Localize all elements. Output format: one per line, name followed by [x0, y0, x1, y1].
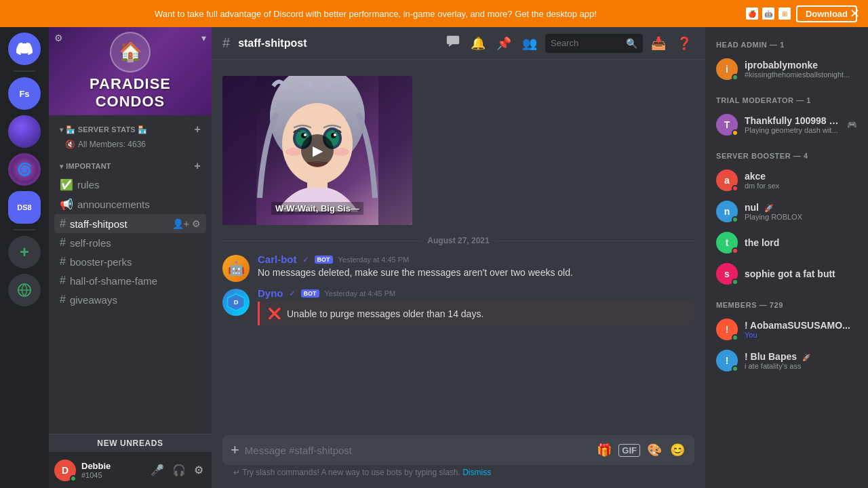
member-name-thankfully: Thankfully 100998 🚀: [745, 115, 840, 126]
emoji-button[interactable]: 😊: [669, 441, 686, 459]
member-avatar-thankfully: T: [716, 114, 738, 136]
member-nul[interactable]: n nul 🚀 Playing ROBLOX: [711, 197, 863, 226]
stats-plus-icon[interactable]: +: [194, 123, 201, 136]
member-info-sophie: sophie got a fat butt: [745, 268, 857, 279]
gift-button[interactable]: 🎁: [595, 441, 613, 459]
server-stats-section: ▾🏪 SERVER STATS 🏪 + 🔇 All Members: 4636: [49, 121, 212, 152]
discord-home-button[interactable]: [8, 33, 41, 65]
settings-icon[interactable]: ⚙: [192, 218, 201, 229]
new-unreads-badge[interactable]: NEW UNREADS: [49, 434, 212, 452]
close-banner-button[interactable]: ✕: [850, 6, 860, 21]
server-icon-fs[interactable]: Fs: [8, 77, 41, 110]
member-status-nul: Playing ROBLOX: [745, 213, 857, 221]
explore-button[interactable]: [8, 274, 41, 306]
mute-button[interactable]: 🎤: [148, 461, 167, 479]
hash-icon-4: #: [60, 274, 66, 287]
channel-giveaways[interactable]: # giveaways: [54, 290, 206, 309]
video-attachment: ▶ W-W-Wait, Big Sis—: [212, 70, 705, 230]
member-info-thankfully: Thankfully 100998 🚀 Playing geometry das…: [745, 115, 840, 134]
pin-button[interactable]: 📌: [494, 33, 514, 54]
member-sophie[interactable]: s sophie got a fat butt: [711, 259, 863, 289]
dyno-badge: BOT: [301, 289, 319, 298]
ds8-label: DS8: [17, 203, 31, 211]
member-aobama[interactable]: ! ! AobamaSUSUSAMO... You: [711, 314, 863, 344]
carl-bot-content: Carl-bot ✓ BOT Yesterday at 4:45 PM No m…: [258, 253, 694, 279]
channel-rules[interactable]: ✅ rules: [54, 175, 206, 195]
download-button[interactable]: Download: [796, 5, 857, 22]
member-iprobablymonke[interactable]: i iprobablymonke #kissingthehomiesballst…: [711, 54, 863, 84]
server-name: ParadiseCondos: [90, 75, 171, 111]
dismiss-link[interactable]: Dismiss: [462, 468, 491, 477]
member-thankfully[interactable]: T Thankfully 100998 🚀 Playing geometry d…: [711, 110, 863, 140]
platform-icons: 🍎 🤖 ⊞: [746, 7, 791, 20]
channel-hash-icon: #: [222, 35, 230, 51]
carl-bot-name: Carl-bot: [258, 253, 297, 265]
hash-icon-5: #: [60, 293, 66, 306]
member-info-the-lord: the lord: [745, 237, 857, 248]
member-avatar-aobama: !: [716, 319, 738, 340]
dyno-avatar-svg: D: [226, 293, 245, 312]
video-thumbnail[interactable]: ▶ W-W-Wait, Big Sis—: [222, 76, 412, 225]
attachment-button[interactable]: +: [231, 441, 245, 459]
video-play-button[interactable]: ▶: [301, 134, 334, 167]
server-header[interactable]: 🏠 ParadiseCondos ⚙ ▾: [49, 27, 212, 115]
server-chevron-icon[interactable]: ▾: [201, 33, 206, 43]
server-stats-label: 🏪 SERVER STATS 🏪: [66, 125, 147, 134]
server-icon-avatar[interactable]: [8, 115, 41, 148]
channel-booster-perks-label: booster-perks: [70, 256, 201, 268]
inbox-button[interactable]: 📥: [648, 33, 669, 54]
member-avatar-nul: n: [716, 201, 738, 222]
notification-button[interactable]: 🔔: [468, 33, 488, 54]
status-online-indicator: [732, 74, 738, 81]
member-blu-bapes[interactable]: ! ! Blu Bapes 🚀 i ate fatality's ass: [711, 346, 863, 375]
server-icon-purple[interactable]: 🌀: [8, 153, 41, 186]
slash-hint: ↵ Try slash commands! A new way to use b…: [222, 465, 694, 477]
search-bar[interactable]: 🔍: [545, 34, 643, 53]
channel-booster-perks[interactable]: # booster-perks: [54, 252, 206, 271]
speaker-icon: 🔇: [65, 140, 75, 149]
channel-actions: 👤+ ⚙: [172, 218, 201, 229]
user-panel: D Debbie #1045 🎤 🎧 ⚙: [49, 452, 212, 488]
search-input[interactable]: [551, 38, 622, 48]
main-content: # staff-shitpost 🔔 📌 👥 🔍 📥 ❓: [212, 27, 705, 488]
head-admin-header: HEAD ADMIN — 1: [711, 38, 863, 52]
deafen-button[interactable]: 🎧: [170, 461, 189, 479]
members-button[interactable]: 👥: [519, 33, 540, 54]
channel-header-name: staff-shitpost: [238, 37, 307, 49]
status-online-aobama: [732, 334, 738, 341]
user-settings-button[interactable]: ⚙: [191, 461, 206, 479]
member-info-nul: nul 🚀 Playing ROBLOX: [745, 202, 857, 221]
member-akce[interactable]: a akce dm for sex: [711, 165, 863, 195]
windows-icon: ⊞: [778, 7, 791, 20]
current-user-tag: #1045: [81, 471, 142, 479]
message-text-input[interactable]: [245, 439, 595, 462]
channel-staff-shitpost-label: staff-shitpost: [70, 218, 168, 230]
member-avatar-sophie: s: [716, 263, 738, 285]
hash-icon-3: #: [60, 256, 66, 268]
add-server-button[interactable]: +: [8, 236, 41, 268]
important-plus-icon[interactable]: +: [194, 160, 201, 172]
sticker-button[interactable]: 🎨: [646, 441, 663, 459]
apple-icon: 🍎: [746, 7, 758, 20]
help-button[interactable]: ❓: [674, 33, 694, 54]
gif-button[interactable]: GIF: [618, 444, 640, 457]
server-icon-ds8[interactable]: DS8: [8, 191, 41, 224]
channel-self-roles[interactable]: # self-roles: [54, 233, 206, 252]
important-header[interactable]: ▾IMPORTANT +: [54, 157, 206, 175]
add-member-icon[interactable]: 👤+: [172, 218, 189, 229]
icon-bar-separator-2: [14, 229, 35, 230]
channel-announcements[interactable]: 📢 announcements: [54, 195, 206, 214]
channel-staff-shitpost[interactable]: # staff-shitpost 👤+ ⚙: [54, 214, 206, 233]
dyno-content: Dyno ✓ BOT Yesterday at 4:45 PM ❌ Unable…: [258, 287, 694, 325]
hashtag-header-button[interactable]: [443, 32, 462, 54]
status-online-blu: [732, 365, 738, 372]
server-stats-header[interactable]: ▾🏪 SERVER STATS 🏪 +: [54, 121, 206, 138]
stats-chevron: ▾: [60, 126, 63, 134]
status-idle-indicator: [732, 129, 738, 136]
member-the-lord[interactable]: t the lord: [711, 228, 863, 258]
server-gear-icon[interactable]: ⚙: [54, 33, 63, 43]
member-name-blu-bapes: ! Blu Bapes 🚀: [745, 351, 857, 362]
channel-hall-of-shame[interactable]: # hall-of-shame-fame: [54, 271, 206, 290]
important-chevron: ▾: [60, 163, 63, 170]
status-dnd-lord: [732, 247, 738, 254]
